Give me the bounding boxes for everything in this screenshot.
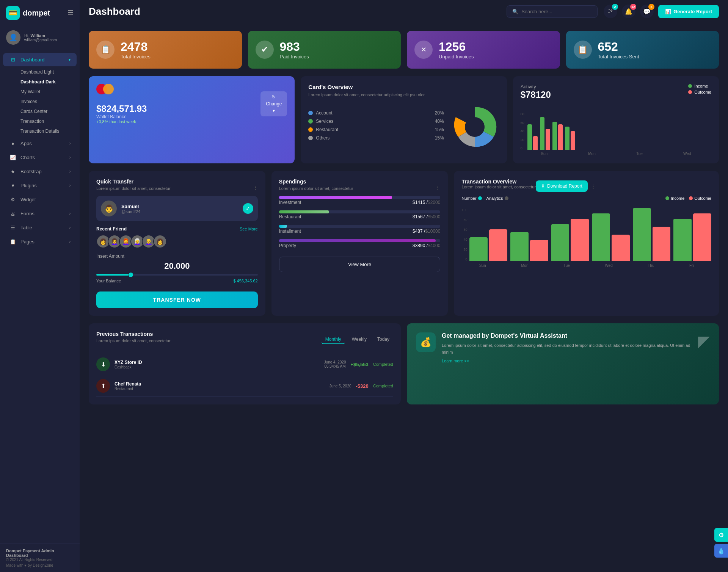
sun-outcome — [489, 229, 507, 261]
paid-invoices-info: 983 Paid Invoices — [280, 40, 309, 60]
tab-monthly[interactable]: Monthly — [322, 335, 345, 344]
installment-header: Installment $487 /$10000 — [279, 229, 441, 234]
mon-outcome-bar — [546, 129, 550, 150]
friend-avatar-6: 👩 — [153, 235, 167, 248]
wallet-label: Wallet Balance — [96, 114, 256, 119]
activity-card: Activity $78120 Income Outcome — [513, 76, 719, 163]
paid-invoices-icon: ✔ — [256, 41, 274, 59]
bar-group-sun — [527, 124, 538, 150]
generate-report-button[interactable]: 📊 Generate Report — [658, 5, 719, 18]
va-subtitle: Lorem ipsum dolor sit amet, consectetur … — [442, 342, 692, 356]
submenu-cards-center[interactable]: Cards Center — [17, 107, 80, 116]
income-outcome-legend: Income Outcome — [665, 196, 711, 201]
tue-income — [551, 224, 570, 261]
activity-bar-chart — [527, 112, 575, 150]
bootstrap-icon: ★ — [9, 169, 17, 174]
sidebar-footer: Dompet Payment Admin Dashboard © 2021 Al… — [0, 544, 80, 572]
sidebar-item-label: Forms — [20, 211, 35, 216]
services-dot — [308, 119, 313, 124]
avatar: 👤 — [6, 30, 20, 45]
submenu-invoices[interactable]: Invoices — [17, 97, 80, 107]
submenu-transaction[interactable]: Transaction — [17, 116, 80, 126]
tx-overview-subtitle: Lorem ipsum dolor sit amet, consectetur — [461, 185, 536, 189]
change-button[interactable]: ↻ Change ▾ — [260, 91, 287, 116]
mc-right-circle — [103, 84, 114, 94]
tab-weekly[interactable]: Weekly — [348, 335, 370, 344]
services-pct: 40% — [435, 119, 444, 124]
download-report-button[interactable]: ⬇ Download Report — [536, 180, 588, 192]
tx-row-icon-1: ⬇ — [96, 357, 110, 371]
spendings-more-icon[interactable]: ⋮ — [435, 185, 440, 190]
tx-amount-2: -$320 — [356, 383, 369, 389]
unpaid-invoices-info: 1256 Unpaid Invoices — [439, 40, 474, 60]
page-content: 📋 2478 Total Invoices ✔ 983 Paid Invoice… — [80, 23, 728, 572]
submenu-transaction-details[interactable]: Transaction Details — [17, 126, 80, 136]
sidebar-item-label: Table — [20, 225, 32, 230]
tx-more-icon[interactable]: ⋮ — [591, 183, 596, 189]
tx-legend: Number Analytics Income — [461, 196, 711, 201]
download-icon: ⬇ — [541, 183, 545, 189]
sidebar-item-widget[interactable]: ⚙ Widget — [3, 193, 77, 206]
submenu-dashboard-light[interactable]: Dashboard Light — [17, 67, 80, 77]
chevron-right-icon: › — [69, 169, 71, 174]
sidebar-item-plugins[interactable]: ♥ Plugins › — [3, 179, 77, 192]
search-box[interactable]: 🔍 — [507, 5, 598, 18]
property-bar — [279, 239, 441, 242]
submenu-dashboard-dark[interactable]: Dashboard Dark — [17, 77, 80, 87]
header-icons: 🛍 2 🔔 12 💬 5 📊 Generate Report — [604, 5, 719, 18]
view-more-button[interactable]: View More — [279, 257, 441, 272]
tx-type-1: Cashback — [115, 365, 320, 369]
submenu-my-wallet[interactable]: My Wallet — [17, 87, 80, 97]
more-icon[interactable]: ⋮ — [253, 185, 258, 190]
chevron-right-icon: › — [69, 240, 71, 244]
chevron-right-icon: › — [69, 155, 71, 160]
wed-income — [592, 213, 610, 261]
transfer-person: 👨 Samuel @sum224 ✓ — [96, 196, 258, 221]
hamburger-icon[interactable]: ☰ — [67, 9, 74, 17]
sidebar-item-charts[interactable]: 📈 Charts › — [3, 151, 77, 164]
va-content: Get managed by Dompet's Virtual Assistan… — [442, 332, 692, 363]
card-overview-title: Card's Overview — [308, 84, 499, 90]
unpaid-invoices-icon: ✕ — [414, 41, 433, 59]
cart-button[interactable]: 🛍 2 — [604, 5, 617, 18]
credits: Made with ♥ by DesignZone — [6, 563, 74, 567]
settings-fab[interactable]: ⚙ — [714, 528, 728, 542]
sidebar-item-bootstrap[interactable]: ★ Bootstrap › — [3, 165, 77, 178]
sidebar-item-table[interactable]: ☰ Table › — [3, 221, 77, 234]
amount-slider[interactable] — [96, 274, 258, 276]
user-info: Hi, William william@gmail.com — [24, 33, 57, 42]
quick-transfer-subtitle: Lorem ipsum dolor sit amet, consectetur — [96, 186, 171, 191]
unpaid-invoices-number: 1256 — [439, 40, 474, 54]
sidebar-item-pages[interactable]: 📋 Pages › — [3, 235, 77, 248]
stat-card-total-invoices: 📋 2478 Total Invoices — [89, 31, 242, 69]
person-name: Samuel — [121, 204, 140, 209]
mon-outcome — [530, 240, 548, 261]
total-sent-number: 652 — [598, 40, 639, 54]
sidebar-item-forms[interactable]: 🖨 Forms › — [3, 207, 77, 220]
person-details: Samuel @sum224 — [121, 204, 140, 214]
overview-item-restaurant: Restaurant 15% — [308, 127, 444, 132]
tx-title-area: Transaction Overview Lorem ipsum dolor s… — [461, 179, 536, 194]
investment-fill — [279, 196, 392, 199]
balance-label: Your Balance — [96, 279, 121, 283]
stat-card-paid-invoices: ✔ 983 Paid Invoices — [248, 31, 401, 69]
restaurant-bar — [279, 210, 441, 213]
sidebar-item-dashboard[interactable]: ⊞ Dashboard ▾ — [3, 53, 77, 66]
tx-type-2: Restaurant — [115, 387, 325, 391]
va-learn-more-link[interactable]: Learn more >> — [442, 359, 692, 363]
qt-header: Quick Transfer Lorem ipsum dolor sit ame… — [96, 179, 258, 196]
cart-badge: 2 — [612, 4, 618, 10]
tab-today[interactable]: Today — [373, 335, 393, 344]
user-email: william@gmail.com — [24, 38, 57, 42]
sidebar-item-apps[interactable]: ● Apps › — [3, 137, 77, 150]
pie-chart — [450, 102, 499, 152]
see-more-button[interactable]: See More — [240, 227, 258, 231]
messages-button[interactable]: 💬 5 — [640, 5, 654, 18]
search-input[interactable] — [521, 9, 582, 14]
notifications-button[interactable]: 🔔 12 — [622, 5, 635, 18]
spending-investment: Investment $1415 /$2000 — [279, 196, 441, 205]
brand-name: Dompet Payment Admin Dashboard — [6, 548, 74, 558]
water-fab[interactable]: 💧 — [714, 544, 728, 558]
transfer-now-button[interactable]: TRANSFER NOW — [96, 291, 258, 308]
wallet-change-btn[interactable]: ↻ Change ▾ — [260, 84, 287, 124]
